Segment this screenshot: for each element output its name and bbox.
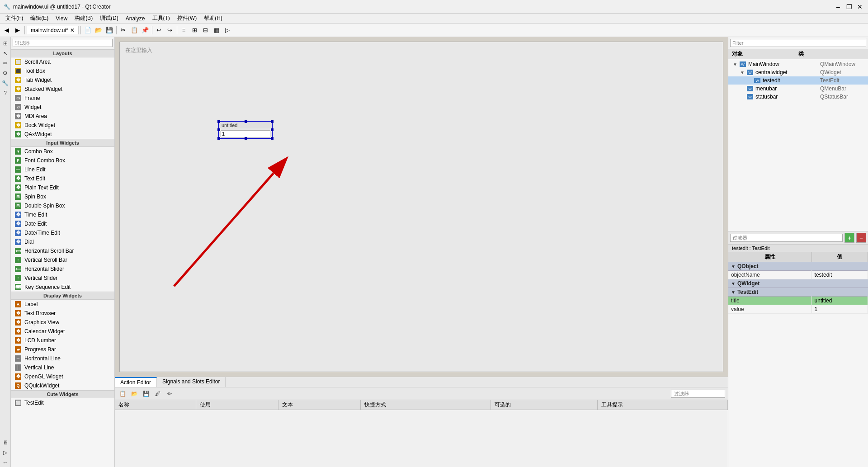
- menu-item-h[interactable]: 帮助(H): [200, 14, 226, 23]
- widget-item-qquickwidget[interactable]: QQQuickWidget: [11, 381, 114, 390]
- widget-item-horizontal-slider[interactable]: ⟵Horizontal Slider: [11, 264, 114, 274]
- prop-section-qobject[interactable]: ▼QObject: [728, 262, 868, 271]
- signals-slots-tab[interactable]: Signals and Slots Editor: [157, 377, 226, 387]
- widget-item-stacked-widget[interactable]: �Stacked Widget: [11, 85, 114, 94]
- widget-item-time-edit[interactable]: �Time Edit: [11, 210, 114, 219]
- widget-item-widget[interactable]: ▱Widget: [11, 103, 114, 112]
- bottom-edit-button[interactable]: 🖊: [153, 389, 163, 399]
- widget-item-progress-bar[interactable]: ▰Progress Bar: [11, 345, 114, 354]
- widget-item-font-combo-box[interactable]: FFont Combo Box: [11, 156, 114, 165]
- toolbar-forward-button[interactable]: ▶: [13, 25, 23, 35]
- resize-handle-bl[interactable]: [217, 137, 220, 140]
- tree-expand-arrow[interactable]: ▼: [733, 62, 737, 67]
- left-icon-apps[interactable]: ⊞: [1, 39, 10, 48]
- toolbar-back-button[interactable]: ◀: [2, 25, 12, 35]
- widget-item-line-edit[interactable]: —Line Edit: [11, 165, 114, 174]
- object-filter-input[interactable]: [730, 39, 866, 47]
- widget-item-graphics-view[interactable]: �Graphics View: [11, 318, 114, 327]
- widget-item-key-sequence-edit[interactable]: ⌨Key Sequence Edit: [11, 283, 114, 292]
- toolbar-cut-button[interactable]: ✂: [118, 25, 128, 35]
- toolbar-copy-button[interactable]: 📋: [129, 25, 139, 35]
- widget-item-combo-box[interactable]: ▾Combo Box: [11, 147, 114, 156]
- left-icon-cursor[interactable]: ↖: [1, 49, 10, 58]
- minimize-button[interactable]: –: [834, 2, 843, 11]
- canvas-area[interactable]: 在这里输入 untitled 1: [119, 42, 723, 372]
- design-canvas[interactable]: 在这里输入 untitled 1: [115, 37, 728, 377]
- tree-node-centralwidget[interactable]: ▼WcentralwidgetQWidget: [728, 68, 868, 76]
- left-icon-expand[interactable]: ↔: [1, 458, 10, 467]
- close-button[interactable]: ✕: [855, 2, 864, 11]
- add-property-button[interactable]: +: [844, 233, 854, 243]
- menu-item-d[interactable]: 调试(D): [96, 14, 122, 23]
- prop-row-title[interactable]: titleuntitled: [728, 297, 868, 305]
- prop-value-cell[interactable]: 1: [811, 305, 868, 314]
- left-icon-wrench[interactable]: 🔧: [1, 79, 10, 88]
- bottom-filter-input[interactable]: 过滤器: [671, 390, 725, 398]
- maximize-button[interactable]: ❐: [844, 2, 854, 11]
- widget-item-mdi-area[interactable]: �MDI Area: [11, 112, 114, 121]
- widget-item-opengl-widget[interactable]: �OpenGL Widget: [11, 372, 114, 381]
- widget-item-dock-widget[interactable]: �Dock Widget: [11, 121, 114, 130]
- tab-close-icon[interactable]: ✕: [70, 27, 75, 33]
- widget-item-frame[interactable]: ▭Frame: [11, 94, 114, 103]
- bottom-save-button[interactable]: 💾: [141, 389, 151, 399]
- menu-item-f[interactable]: 文件(F): [2, 14, 27, 23]
- widget-item-tool-box[interactable]: ⬛Tool Box: [11, 66, 114, 75]
- widget-item-dial[interactable]: �Dial: [11, 237, 114, 246]
- prop-row-value[interactable]: value1: [728, 305, 868, 314]
- menu-item-e[interactable]: 编辑(E): [27, 14, 52, 23]
- tree-node-statusbar[interactable]: WstatusbarQStatusBar: [728, 93, 868, 101]
- menu-item-w[interactable]: 控件(W): [174, 14, 200, 23]
- toolbar-undo-button[interactable]: ↩: [154, 25, 164, 35]
- widget-item-date-edit[interactable]: �Date Edit: [11, 219, 114, 228]
- resize-handle-tm[interactable]: [245, 120, 247, 123]
- toolbar-grid-button[interactable]: ⊞: [190, 25, 200, 35]
- toolbar-open-button[interactable]: 📂: [94, 25, 104, 35]
- widget-item-tab-widget[interactable]: �Tab Widget: [11, 75, 114, 85]
- tree-node-menubar[interactable]: WmenubarQMenuBar: [728, 85, 868, 93]
- toolbar-form-button[interactable]: ⊟: [201, 25, 211, 35]
- left-icon-monitor[interactable]: 🖥: [1, 438, 10, 447]
- resize-handle-ml[interactable]: [217, 128, 220, 131]
- widget-item-vertical-scroll-bar[interactable]: ↕Vertical Scroll Bar: [11, 255, 114, 264]
- bottom-open-button[interactable]: 📂: [129, 389, 139, 399]
- widget-item-double-spin-box[interactable]: ⊟Double Spin Box: [11, 201, 114, 210]
- canvas-widget[interactable]: untitled 1: [218, 121, 273, 139]
- widget-item-vertical-slider[interactable]: ↑Vertical Slider: [11, 274, 114, 283]
- toolbar-layout-button[interactable]: ▦: [212, 25, 222, 35]
- prop-row-objectName[interactable]: objectNametestedit: [728, 271, 868, 279]
- menu-item-t[interactable]: 工具(T): [149, 14, 174, 23]
- properties-filter-input[interactable]: [730, 234, 843, 242]
- widget-item-calendar-widget[interactable]: �Calendar Widget: [11, 327, 114, 336]
- action-editor-tab[interactable]: Action Editor: [115, 377, 157, 387]
- prop-section-testedit[interactable]: ▼TestEdit: [728, 288, 868, 297]
- widget-item-testedit[interactable]: ⬜TestEdit: [11, 398, 114, 407]
- widget-item-date/time-edit[interactable]: �Date/Time Edit: [11, 228, 114, 237]
- toolbar-paste-button[interactable]: 📌: [140, 25, 150, 35]
- prop-value-cell[interactable]: testedit: [811, 271, 868, 279]
- widget-item-horizontal-scroll-bar[interactable]: ⟺Horizontal Scroll Bar: [11, 246, 114, 255]
- toolbar-redo-button[interactable]: ↪: [165, 25, 175, 35]
- toolbar-debug-button[interactable]: ▷: [222, 25, 232, 35]
- tree-node-MainWindow[interactable]: ▼WMainWindowQMainWindow: [728, 60, 868, 68]
- tree-node-testedit[interactable]: WtesteditTestEdit: [728, 76, 868, 85]
- widget-item-vertical-line[interactable]: │Vertical Line: [11, 363, 114, 372]
- widget-item-text-browser[interactable]: �Text Browser: [11, 309, 114, 318]
- resize-handle-bm[interactable]: [245, 137, 247, 140]
- left-icon-help[interactable]: ?: [1, 89, 10, 98]
- prop-section-qwidget[interactable]: ▼QWidget: [728, 279, 868, 288]
- widget-item-lcd-number[interactable]: �LCD Number: [11, 336, 114, 345]
- widget-item-horizontal-line[interactable]: ─Horizontal Line: [11, 354, 114, 363]
- toolbar-new-button[interactable]: 📄: [83, 25, 93, 35]
- toolbar-save-button[interactable]: 💾: [104, 25, 114, 35]
- resize-handle-tl[interactable]: [217, 120, 220, 123]
- remove-property-button[interactable]: −: [856, 233, 866, 243]
- resize-handle-br[interactable]: [271, 137, 274, 140]
- widget-item-label[interactable]: ALabel: [11, 300, 114, 309]
- canvas-widget-input[interactable]: 1: [221, 130, 270, 137]
- widget-item-qaxwidget[interactable]: �QAxWidget: [11, 130, 114, 139]
- menu-item-view[interactable]: View: [52, 14, 71, 23]
- widget-item-text-edit[interactable]: �Text Edit: [11, 174, 114, 183]
- widget-filter-input[interactable]: 过滤器: [13, 39, 113, 47]
- widget-item-scroll-area[interactable]: ⬜Scroll Area: [11, 57, 114, 66]
